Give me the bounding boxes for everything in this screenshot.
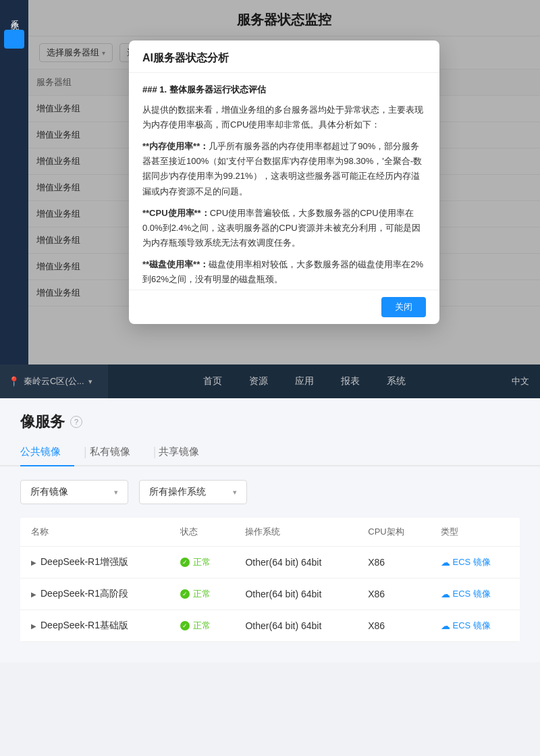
col-os: 操作系统 <box>234 518 357 547</box>
status-badge: 正常 <box>180 588 224 600</box>
modal-title: AI服务器状态分析 <box>129 40 439 73</box>
help-icon[interactable]: ? <box>70 416 82 428</box>
tab-公共镜像[interactable]: 公共镜像 <box>20 439 74 465</box>
chevron-down-icon: ▾ <box>88 377 92 386</box>
nav-link-应用[interactable]: 应用 <box>281 364 327 398</box>
table-row: ▶DeepSeek-R1基础版正常Other(64 bit) 64bitX86☁… <box>20 610 520 642</box>
cloud-icon: ☁ <box>441 589 450 599</box>
cloud-icon: ☁ <box>441 557 450 568</box>
nav-links: 首页资源应用报表系统 <box>108 364 501 398</box>
modal-body: ### 1. 整体服务器运行状态评估 从提供的数据来看，增值业务组的多台服务器均… <box>129 73 439 290</box>
cloud-icon: ☁ <box>441 620 450 631</box>
filter-os[interactable]: 所有操作系统 ▾ <box>139 480 247 504</box>
modal-point: **CPU使用率**：CPU使用率普遍较低，大多数服务器的CPU使用率在0.0%… <box>142 206 426 250</box>
status-icon <box>180 558 190 567</box>
nav-link-首页[interactable]: 首页 <box>190 364 236 398</box>
expand-icon[interactable]: ▶ <box>31 559 36 566</box>
filter-row: 所有镜像 ▾ 所有操作系统 ▾ <box>0 466 540 518</box>
image-service-section: 📍 秦岭云C区(公... ▾ 首页资源应用报表系统 中文 像服务 ? 公共镜像|… <box>0 364 540 662</box>
chevron-down-icon: ▾ <box>114 488 118 497</box>
nav-link-资源[interactable]: 资源 <box>236 364 281 398</box>
ecs-badge: ☁ECS 镜像 <box>441 620 510 632</box>
nav-region-label: 秦岭云C区(公... <box>24 375 84 387</box>
nav-region[interactable]: 📍 秦岭云C区(公... ▾ <box>0 364 108 398</box>
modal-intro: 从提供的数据来看，增值业务组的多台服务器均处于异常状态，主要表现为内存使用率极高… <box>142 103 426 132</box>
modal-overlay: AI服务器状态分析 ### 1. 整体服务器运行状态评估 从提供的数据来看，增值… <box>28 0 540 364</box>
nav-bar: 📍 秦岭云C区(公... ▾ 首页资源应用报表系统 中文 <box>0 364 540 398</box>
image-table: 名称 状态 操作系统 CPU架构 类型 ▶DeepSeek-R1增强版正常Oth… <box>20 518 520 642</box>
sidebar-label: 系统 <box>9 14 20 16</box>
image-table-container: 名称 状态 操作系统 CPU架构 类型 ▶DeepSeek-R1增强版正常Oth… <box>0 518 540 662</box>
location-icon: 📍 <box>8 376 20 387</box>
status-badge: 正常 <box>180 556 224 568</box>
nav-lang[interactable]: 中文 <box>501 375 540 387</box>
status-badge: 正常 <box>180 620 224 632</box>
tabs-row: 公共镜像|私有镜像|共享镜像 <box>0 439 540 466</box>
status-icon <box>180 589 190 599</box>
nav-link-报表[interactable]: 报表 <box>327 364 373 398</box>
tab-私有镜像[interactable]: 私有镜像 <box>90 439 144 465</box>
sidebar: 系统 <box>0 0 28 364</box>
sidebar-active-indicator <box>4 30 24 49</box>
close-button[interactable]: 关闭 <box>381 297 426 317</box>
ecs-badge: ☁ECS 镜像 <box>441 588 510 600</box>
image-service-title: 像服务 <box>20 412 65 432</box>
expand-icon[interactable]: ▶ <box>31 622 36 630</box>
tab-共享镜像[interactable]: 共享镜像 <box>159 439 213 465</box>
modal-footer: 关闭 <box>129 290 439 324</box>
ai-analysis-modal: AI服务器状态分析 ### 1. 整体服务器运行状态评估 从提供的数据来看，增值… <box>129 40 439 324</box>
modal-point: **磁盘使用率**：磁盘使用率相对较低，大多数服务器的磁盘使用率在2%到62%之… <box>142 257 426 287</box>
filter-image-type[interactable]: 所有镜像 ▾ <box>20 480 128 504</box>
status-icon <box>180 621 190 630</box>
modal-point: **内存使用率**：几乎所有服务器的内存使用率都超过了90%，部分服务器甚至接近… <box>142 139 426 198</box>
tab-divider: | <box>81 445 90 459</box>
table-row: ▶DeepSeek-R1增强版正常Other(64 bit) 64bitX86☁… <box>20 547 520 578</box>
ecs-badge: ☁ECS 镜像 <box>441 556 510 568</box>
tab-divider: | <box>151 445 159 459</box>
table-row: ▶DeepSeek-R1高阶段正常Other(64 bit) 64bitX86☁… <box>20 578 520 610</box>
col-type: 类型 <box>430 518 520 547</box>
image-service-header: 像服务 ? <box>0 398 540 439</box>
col-name: 名称 <box>20 518 169 547</box>
server-monitor-panel: 服务器状态监控 选择服务器组 ▾ 选择项目 ▾ 服务器组 项目名称 服务器 监控… <box>28 0 540 364</box>
col-status: 状态 <box>169 518 235 547</box>
col-cpu: CPU架构 <box>357 518 429 547</box>
expand-icon[interactable]: ▶ <box>31 591 36 598</box>
nav-link-系统[interactable]: 系统 <box>373 364 419 398</box>
modal-section-title: ### 1. 整体服务器运行状态评估 <box>142 82 426 97</box>
chevron-down-icon: ▾ <box>233 488 237 497</box>
